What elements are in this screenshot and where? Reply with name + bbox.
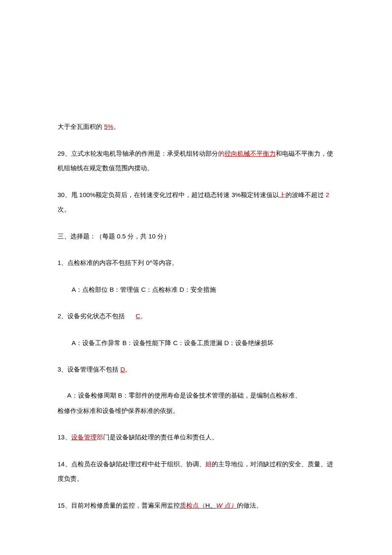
text-red: 的 — [218, 150, 225, 157]
text: 2、设备劣化状态不包括 — [58, 312, 125, 320]
answer-text: 2 — [326, 191, 329, 198]
text: 3、设备管理值不包括 — [58, 366, 121, 373]
text: 15、目前对检修质量的监控，普遍采用监控 — [58, 502, 180, 509]
text-red: 上 — [279, 191, 285, 198]
question-15: 15、目前对检修质量的监控，普遍采用监控质检点（H、W 点）的做法。 — [58, 498, 334, 513]
answer-text: W 点） — [216, 502, 237, 509]
answer-text: H、 — [205, 502, 216, 509]
question-14: 14、点检员在设备缺陷处理过程中处于组织、协调、姐的主导地位，对消缺过程的安全、… — [58, 457, 334, 486]
mc-options-3-line2: 检修作业标准和设备维护保养标准的依据。 — [58, 404, 334, 418]
text: 30、甩 100%额定负荷后，在转速变化过程中，超过稳态转速 3%额定转速值以 — [58, 191, 279, 198]
text: 。 — [140, 312, 147, 320]
text: 的做法。 — [237, 502, 262, 509]
line-28-fragment: 大于全瓦面积的 5%。 — [58, 119, 334, 134]
text: 13、 — [58, 433, 71, 441]
answer-text: 姐 — [205, 460, 212, 468]
answer-text: 径向机械不平衡力 — [225, 150, 276, 157]
text: 。 — [125, 366, 131, 373]
text: 次。 — [58, 206, 70, 213]
text: 29、立式水轮发电机导轴承的作用是：承受机组转动部分 — [58, 150, 218, 157]
mc-options-1: A：点检部位 B：管理值 C：点检标准 D：安全措施 — [58, 282, 334, 297]
section-3-title: 三、选择题：（每题 0.5 分，共 10 分） — [58, 229, 334, 244]
answer-text: C — [135, 312, 140, 320]
text: 门是设备缺陷处理的责任单位和责任人。 — [103, 433, 218, 441]
text: 。 — [113, 123, 120, 130]
answer-text: 设备管理 — [71, 433, 97, 441]
answer-text: D — [121, 366, 125, 373]
mc-options-2: A：设备工作异常 B：设备性能下降 C：设备工质泄漏 D：设备绝缘损坏 — [58, 336, 334, 351]
mc-question-1: 1、点检标准的内容不包括下列 0^等内容。 — [58, 256, 334, 270]
text-red: 部 — [97, 433, 103, 441]
text: 14、点检员在设备缺陷处理过程中处于组织、协调、 — [58, 460, 205, 468]
mc-question-3: 3、设备管理值不包括 D。 — [58, 362, 334, 377]
mc-options-3-line1: A：设备检修周期 B：零部件的使用寿命是设备技术管理的基础，是编制点检标准、 — [58, 389, 334, 402]
text: 的波峰不超过 — [285, 191, 326, 198]
text: 大于全瓦面积的 — [58, 123, 104, 130]
document-page: 大于全瓦面积的 5%。 29、立式水轮发电机导轴承的作用是：承受机组转动部分的径… — [0, 0, 392, 555]
question-30: 30、甩 100%额定负荷后，在转速变化过程中，超过稳态转速 3%额定转速值以上… — [58, 188, 334, 217]
answer-text: 质检点（ — [180, 502, 205, 509]
mc-question-2: 2、设备劣化状态不包括 C。 — [58, 309, 334, 324]
question-29: 29、立式水轮发电机导轴承的作用是：承受机组转动部分的径向机械不平衡力和电磁不平… — [58, 146, 334, 176]
question-13: 13、设备管理部门是设备缺陷处理的责任单位和责任人。 — [58, 430, 334, 445]
answer-text: 5% — [104, 123, 113, 130]
